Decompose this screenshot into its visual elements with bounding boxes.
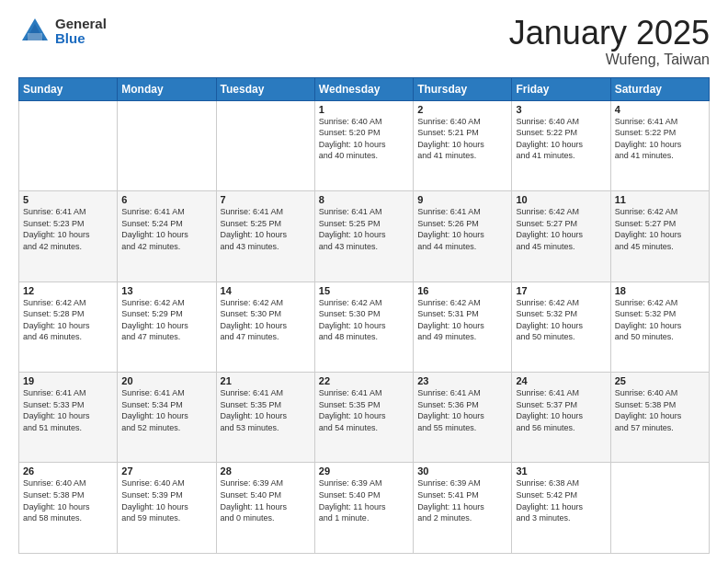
day-number: 27 [121,465,211,477]
table-row: 7Sunrise: 6:41 AM Sunset: 5:25 PM Daylig… [216,191,314,282]
day-info: Sunrise: 6:40 AM Sunset: 5:21 PM Dayligh… [417,116,507,162]
day-info: Sunrise: 6:42 AM Sunset: 5:31 PM Dayligh… [417,297,507,343]
day-info: Sunrise: 6:42 AM Sunset: 5:29 PM Dayligh… [121,297,211,343]
day-number: 10 [516,194,606,205]
table-row [19,100,118,190]
day-number: 8 [319,194,409,205]
day-info: Sunrise: 6:41 AM Sunset: 5:35 PM Dayligh… [319,387,409,433]
day-number: 6 [121,194,211,205]
day-number: 7 [221,194,311,205]
day-info: Sunrise: 6:42 AM Sunset: 5:30 PM Dayligh… [319,297,409,343]
day-info: Sunrise: 6:42 AM Sunset: 5:28 PM Dayligh… [23,297,113,343]
table-row: 30Sunrise: 6:39 AM Sunset: 5:41 PM Dayli… [414,463,512,554]
day-info: Sunrise: 6:42 AM Sunset: 5:32 PM Dayligh… [516,297,606,343]
table-row [610,463,709,554]
calendar-week-2: 5Sunrise: 6:41 AM Sunset: 5:23 PM Daylig… [19,191,710,282]
table-row: 24Sunrise: 6:41 AM Sunset: 5:37 PM Dayli… [512,373,610,463]
col-monday: Monday [118,77,216,100]
day-info: Sunrise: 6:41 AM Sunset: 5:23 PM Dayligh… [23,206,113,252]
table-row: 28Sunrise: 6:39 AM Sunset: 5:40 PM Dayli… [216,463,314,554]
day-number: 30 [417,465,507,477]
day-number: 14 [221,285,311,296]
day-number: 23 [417,375,507,386]
table-row: 13Sunrise: 6:42 AM Sunset: 5:29 PM Dayli… [118,282,216,372]
day-number: 16 [417,285,507,296]
day-info: Sunrise: 6:41 AM Sunset: 5:25 PM Dayligh… [319,206,409,252]
day-number: 9 [417,194,507,205]
table-row [118,100,216,190]
day-number: 19 [23,375,113,386]
table-row: 31Sunrise: 6:38 AM Sunset: 5:42 PM Dayli… [512,463,610,554]
title-block: January 2025 Wufeng, Taiwan [509,15,710,68]
day-number: 4 [615,104,705,115]
calendar-week-3: 12Sunrise: 6:42 AM Sunset: 5:28 PM Dayli… [19,282,710,372]
svg-rect-2 [28,33,42,40]
day-number: 17 [516,285,606,296]
day-number: 22 [319,375,409,386]
day-info: Sunrise: 6:41 AM Sunset: 5:35 PM Dayligh… [221,387,311,433]
table-row: 20Sunrise: 6:41 AM Sunset: 5:34 PM Dayli… [118,373,216,463]
day-number: 5 [23,194,113,205]
page: General Blue January 2025 Wufeng, Taiwan… [0,0,728,563]
table-row: 17Sunrise: 6:42 AM Sunset: 5:32 PM Dayli… [512,282,610,372]
day-info: Sunrise: 6:41 AM Sunset: 5:37 PM Dayligh… [516,387,606,433]
table-row: 23Sunrise: 6:41 AM Sunset: 5:36 PM Dayli… [414,373,512,463]
table-row: 15Sunrise: 6:42 AM Sunset: 5:30 PM Dayli… [314,282,413,372]
calendar-week-1: 1Sunrise: 6:40 AM Sunset: 5:20 PM Daylig… [19,100,710,190]
table-row: 4Sunrise: 6:41 AM Sunset: 5:22 PM Daylig… [610,100,709,190]
day-info: Sunrise: 6:38 AM Sunset: 5:42 PM Dayligh… [516,477,606,523]
col-sunday: Sunday [19,77,118,100]
day-info: Sunrise: 6:40 AM Sunset: 5:38 PM Dayligh… [615,387,705,433]
day-number: 28 [221,465,311,477]
day-info: Sunrise: 6:41 AM Sunset: 5:36 PM Dayligh… [417,387,507,433]
header: General Blue January 2025 Wufeng, Taiwan [18,15,710,68]
table-row: 16Sunrise: 6:42 AM Sunset: 5:31 PM Dayli… [414,282,512,372]
day-info: Sunrise: 6:42 AM Sunset: 5:32 PM Dayligh… [615,297,705,343]
day-number: 3 [516,104,606,115]
day-info: Sunrise: 6:41 AM Sunset: 5:24 PM Dayligh… [121,206,211,252]
day-number: 12 [23,285,113,296]
table-row: 18Sunrise: 6:42 AM Sunset: 5:32 PM Dayli… [610,282,709,372]
day-number: 1 [319,104,409,115]
col-wednesday: Wednesday [314,77,413,100]
day-number: 31 [516,465,606,477]
month-title: January 2025 [509,15,710,52]
day-info: Sunrise: 6:39 AM Sunset: 5:41 PM Dayligh… [417,477,507,523]
day-number: 29 [319,465,409,477]
day-number: 11 [615,194,705,205]
day-info: Sunrise: 6:41 AM Sunset: 5:34 PM Dayligh… [121,387,211,433]
day-number: 13 [121,285,211,296]
calendar-table: Sunday Monday Tuesday Wednesday Thursday… [18,77,710,554]
day-info: Sunrise: 6:40 AM Sunset: 5:38 PM Dayligh… [23,477,113,523]
table-row: 6Sunrise: 6:41 AM Sunset: 5:24 PM Daylig… [118,191,216,282]
logo-general-text: General [55,17,107,32]
table-row: 25Sunrise: 6:40 AM Sunset: 5:38 PM Dayli… [610,373,709,463]
day-info: Sunrise: 6:41 AM Sunset: 5:33 PM Dayligh… [23,387,113,433]
day-info: Sunrise: 6:41 AM Sunset: 5:25 PM Dayligh… [221,206,311,252]
table-row: 10Sunrise: 6:42 AM Sunset: 5:27 PM Dayli… [512,191,610,282]
day-info: Sunrise: 6:42 AM Sunset: 5:27 PM Dayligh… [516,206,606,252]
table-row: 22Sunrise: 6:41 AM Sunset: 5:35 PM Dayli… [314,373,413,463]
logo-blue-text: Blue [55,31,107,47]
table-row: 12Sunrise: 6:42 AM Sunset: 5:28 PM Dayli… [19,282,118,372]
table-row: 8Sunrise: 6:41 AM Sunset: 5:25 PM Daylig… [314,191,413,282]
col-friday: Friday [512,77,610,100]
day-info: Sunrise: 6:40 AM Sunset: 5:20 PM Dayligh… [319,116,409,162]
day-info: Sunrise: 6:39 AM Sunset: 5:40 PM Dayligh… [319,477,409,523]
table-row: 14Sunrise: 6:42 AM Sunset: 5:30 PM Dayli… [216,282,314,372]
table-row: 19Sunrise: 6:41 AM Sunset: 5:33 PM Dayli… [19,373,118,463]
col-thursday: Thursday [414,77,512,100]
location: Wufeng, Taiwan [509,52,710,68]
day-number: 20 [121,375,211,386]
day-info: Sunrise: 6:41 AM Sunset: 5:26 PM Dayligh… [417,206,507,252]
table-row: 29Sunrise: 6:39 AM Sunset: 5:40 PM Dayli… [314,463,413,554]
table-row [216,100,314,190]
calendar-week-4: 19Sunrise: 6:41 AM Sunset: 5:33 PM Dayli… [19,373,710,463]
day-info: Sunrise: 6:39 AM Sunset: 5:40 PM Dayligh… [221,477,311,523]
day-info: Sunrise: 6:40 AM Sunset: 5:39 PM Dayligh… [121,477,211,523]
calendar-header-row: Sunday Monday Tuesday Wednesday Thursday… [19,77,710,100]
day-info: Sunrise: 6:42 AM Sunset: 5:30 PM Dayligh… [221,297,311,343]
logo: General Blue [18,15,107,48]
table-row: 26Sunrise: 6:40 AM Sunset: 5:38 PM Dayli… [19,463,118,554]
table-row: 9Sunrise: 6:41 AM Sunset: 5:26 PM Daylig… [414,191,512,282]
